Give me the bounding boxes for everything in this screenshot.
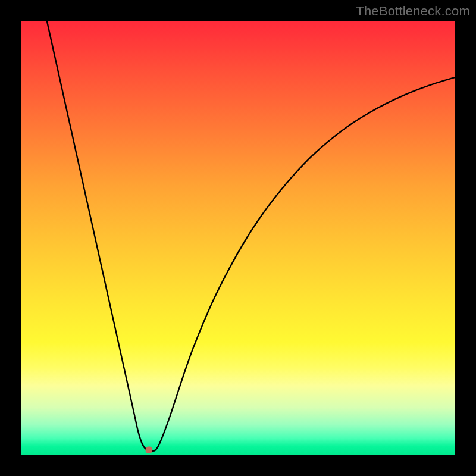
- bottleneck-curve: [47, 21, 455, 451]
- plot-area: [21, 21, 455, 455]
- minimum-marker: [145, 446, 152, 453]
- curve-svg: [21, 21, 455, 455]
- watermark-text: TheBottleneck.com: [356, 4, 470, 19]
- chart-frame: TheBottleneck.com: [0, 0, 476, 476]
